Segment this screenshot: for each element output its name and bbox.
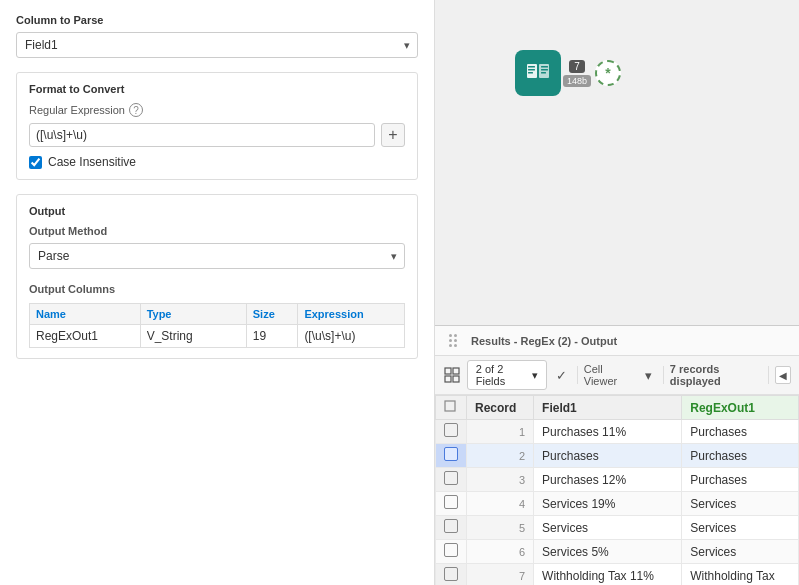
row-selector-cell[interactable] (436, 420, 467, 444)
add-regex-button[interactable]: + (381, 123, 405, 147)
column-to-parse-select[interactable]: Field1 (16, 32, 418, 58)
field1-value: Purchases 11% (534, 420, 682, 444)
regex-label-row: Regular Expression ? (29, 103, 405, 117)
regexout1-value: Purchases (682, 444, 799, 468)
drag-dot (454, 339, 457, 342)
data-table: Record Field1 RegExOut1 1 Purchases 11% … (435, 395, 799, 585)
regexout1-value: Withholding Tax (682, 564, 799, 586)
canvas-area[interactable]: 7 148b * (435, 0, 799, 325)
row-select-icon (444, 519, 458, 533)
regexout1-value: Services (682, 516, 799, 540)
record-number: 6 (467, 540, 534, 564)
output-method-wrapper: Parse ▾ (29, 243, 405, 269)
svg-rect-10 (453, 368, 459, 374)
output-box: Output Output Method Parse ▾ Output Colu… (16, 194, 418, 359)
case-insensitive-checkbox[interactable] (29, 156, 42, 169)
results-header: Results - RegEx (2) - Output (435, 326, 799, 356)
row-selector-cell[interactable] (436, 444, 467, 468)
row-selector-cell[interactable] (436, 540, 467, 564)
records-displayed-label: 7 records displayed (670, 363, 762, 387)
drag-dot-row-3 (449, 344, 457, 347)
table-row: 7 Withholding Tax 11% Withholding Tax (436, 564, 799, 586)
row-select-icon (444, 471, 458, 485)
row-selector-cell[interactable] (436, 492, 467, 516)
fields-count-badge[interactable]: 2 of 2 Fields ▾ (467, 360, 547, 390)
asterisk-icon: * (605, 65, 610, 81)
regexout1-value: Purchases (682, 420, 799, 444)
output-method-select[interactable]: Parse (29, 243, 405, 269)
cell-viewer-arrow-icon[interactable]: ▾ (639, 365, 657, 385)
field1-value: Withholding Tax 11% (534, 564, 682, 586)
output-columns-table: Name Type Size Expression RegExOut1 V_St… (29, 303, 405, 348)
field1-value: Services (534, 516, 682, 540)
record-number: 5 (467, 516, 534, 540)
col-header-expression: Expression (298, 304, 405, 325)
output-col-expression: ([\u\s]+\u) (298, 325, 405, 348)
record-number: 3 (467, 468, 534, 492)
record-number: 7 (467, 564, 534, 586)
data-table-wrapper[interactable]: Record Field1 RegExOut1 1 Purchases 11% … (435, 395, 799, 585)
record-number: 1 (467, 420, 534, 444)
svg-rect-3 (528, 66, 535, 68)
type-dropdown[interactable]: V_String (147, 329, 206, 343)
svg-rect-7 (541, 69, 548, 71)
svg-rect-6 (541, 66, 548, 68)
output-node-circle[interactable]: * (595, 60, 621, 86)
drag-handle[interactable] (445, 332, 461, 349)
regex-input[interactable] (29, 123, 375, 147)
row-select-icon (444, 447, 458, 461)
toolbar-separator-3 (768, 366, 769, 384)
drag-dot-row-2 (449, 339, 457, 342)
case-insensitive-row: Case Insensitive (29, 155, 405, 169)
tool-node: 7 148b * (515, 50, 621, 96)
drag-dot (449, 334, 452, 337)
node-icon[interactable] (515, 50, 561, 96)
drag-dot-row-1 (449, 334, 457, 337)
output-col-size: 19 (246, 325, 298, 348)
format-to-convert-label: Format to Convert (29, 83, 405, 95)
regex-label-text: Regular Expression (29, 104, 125, 116)
node-size-badge: 148b (563, 75, 591, 87)
drag-dot (449, 344, 452, 347)
node-number-badge: 7 (569, 60, 585, 73)
output-node-area: * (595, 60, 621, 86)
column-to-parse-wrapper: Field1 ▾ (16, 32, 418, 58)
grid-view-icon[interactable] (443, 365, 461, 385)
row-select-icon (444, 567, 458, 581)
svg-rect-12 (453, 376, 459, 382)
svg-rect-11 (445, 376, 451, 382)
cell-viewer-label: Cell Viewer (584, 363, 633, 387)
table-row: 6 Services 5% Services (436, 540, 799, 564)
table-row: RegExOut1 V_String 19 ([\u\s]+\u) (30, 325, 405, 348)
grid-icon-svg (444, 367, 460, 383)
output-columns-label: Output Columns (29, 283, 405, 295)
column-to-parse-label: Column to Parse (16, 14, 418, 26)
row-selector-cell[interactable] (436, 564, 467, 586)
output-col-name: RegExOut1 (30, 325, 141, 348)
svg-rect-8 (541, 72, 546, 74)
field1-value: Services 5% (534, 540, 682, 564)
drag-dot (454, 344, 457, 347)
case-insensitive-label: Case Insensitive (48, 155, 136, 169)
output-label: Output (29, 205, 405, 217)
table-row: 2 Purchases Purchases (436, 444, 799, 468)
drag-dot (454, 334, 457, 337)
regexout1-value: Services (682, 492, 799, 516)
record-number: 2 (467, 444, 534, 468)
nav-prev-button[interactable]: ◀ (775, 366, 791, 384)
regex-input-row: + (29, 123, 405, 147)
svg-rect-4 (528, 69, 535, 71)
output-col-type: V_String (140, 325, 246, 348)
svg-rect-9 (445, 368, 451, 374)
results-toolbar: 2 of 2 Fields ▾ ✓ Cell Viewer ▾ 7 record… (435, 356, 799, 395)
col-header-record: Record (467, 396, 534, 420)
checkmark-icon[interactable]: ✓ (553, 365, 571, 385)
select-all-icon (444, 400, 456, 412)
drag-dot (449, 339, 452, 342)
table-row: 4 Services 19% Services (436, 492, 799, 516)
node-icon-svg (524, 59, 552, 87)
help-icon[interactable]: ? (129, 103, 143, 117)
row-selector-cell[interactable] (436, 516, 467, 540)
row-selector-cell[interactable] (436, 468, 467, 492)
toolbar-separator-2 (663, 366, 664, 384)
